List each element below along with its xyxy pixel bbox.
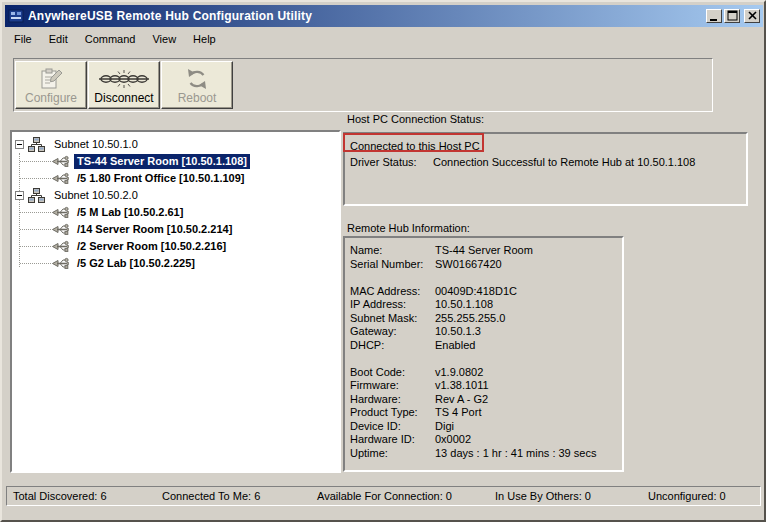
usb-hub-icon (52, 206, 69, 219)
status-available-for-connection: Available For Connection: 0 (317, 490, 452, 502)
hub-info-label: Product Type: (350, 406, 435, 420)
subnet-icon (28, 137, 45, 152)
close-button[interactable] (744, 9, 760, 23)
tree-connector-stub (20, 229, 51, 230)
tree-device-row[interactable]: /2 Server Room [10.50.2.216] (12, 238, 339, 255)
configure-button[interactable]: Configure (15, 61, 87, 109)
connection-state-text: Connected to this Host PC (350, 138, 480, 154)
tree-device-row[interactable]: TS-44 Server Room [10.50.1.108] (12, 153, 339, 170)
maximize-button[interactable] (724, 9, 740, 23)
menu-bar: FileEditCommandViewHelp (6, 29, 227, 48)
status-in-use-by-others: In Use By Others: 0 (495, 490, 591, 502)
hub-info-section-label: Remote Hub Information: (347, 222, 470, 235)
status-unconfigured: Unconfigured: 0 (648, 490, 726, 502)
tree-subnet-label: Subnet 10.50.1.0 (51, 137, 141, 152)
tree-subnet-row[interactable]: Subnet 10.50.2.0 (12, 187, 339, 204)
tree-device-label: /5 G2 Lab [10.50.2.225] (74, 256, 198, 271)
hub-info-spacer-row (350, 352, 617, 366)
hub-info-row: Gateway:10.50.1.3 (350, 325, 617, 339)
hub-info-label: Boot Code: (350, 366, 435, 380)
hub-info-row: DHCP:Enabled (350, 339, 617, 353)
hub-info-label: Hardware: (350, 393, 435, 407)
hub-info-value: Digi (435, 420, 454, 434)
hub-info-value: Enabled (435, 339, 475, 353)
reboot-icon (185, 66, 209, 92)
usb-hub-icon (52, 240, 69, 253)
hub-info-label: Serial Number: (350, 258, 435, 272)
hub-info-label: Gateway: (350, 325, 435, 339)
hub-info-row: Product Type:TS 4 Port (350, 406, 617, 420)
toolbar: Configure Disconnect Reboot (13, 58, 713, 112)
app-icon (8, 8, 24, 24)
collapse-toggle-icon[interactable] (15, 140, 24, 149)
tree-device-label: /14 Server Room [10.50.2.214] (74, 222, 235, 237)
tree-device-label: /5 M Lab [10.50.2.61] (74, 205, 186, 220)
hub-info-label: DHCP: (350, 339, 435, 353)
tree-connector-stub (20, 178, 51, 179)
hub-info-label: Name: (350, 244, 435, 258)
tree-device-row[interactable]: /5 G2 Lab [10.50.2.225] (12, 255, 339, 272)
hub-info-label: Subnet Mask: (350, 312, 435, 326)
status-connected-to-me: Connected To Me: 6 (162, 490, 260, 502)
tree-device-row[interactable]: /14 Server Room [10.50.2.214] (12, 221, 339, 238)
menu-command[interactable]: Command (79, 31, 142, 47)
menu-help[interactable]: Help (187, 31, 222, 47)
hub-info-label: Hardware ID: (350, 433, 435, 447)
hub-info-row: Hardware ID:0x0002 (350, 433, 617, 447)
hub-info-row: MAC Address:00409D:418D1C (350, 285, 617, 299)
hub-info-label (350, 352, 435, 366)
hub-info-row: Device ID:Digi (350, 420, 617, 434)
tree-device-label: TS-44 Server Room [10.50.1.108] (74, 154, 250, 169)
hub-info-value: 10.50.1.3 (435, 325, 481, 339)
hub-info-value: 0x0002 (435, 433, 471, 447)
status-bar: Total Discovered: 6Connected To Me: 6Ava… (6, 486, 761, 506)
tree-view[interactable]: Subnet 10.50.1.0 TS-44 Server Room [10.5… (10, 130, 341, 473)
disconnect-button[interactable]: Disconnect (88, 61, 160, 109)
tree-subnet-label: Subnet 10.50.2.0 (51, 188, 141, 203)
status-total-discovered: Total Discovered: 6 (13, 490, 107, 502)
hub-info-value: 255.255.255.0 (435, 312, 505, 326)
hub-info-row: Hardware:Rev A - G2 (350, 393, 617, 407)
toolbar-button-label: Disconnect (94, 92, 153, 105)
tree-device-label: /5 1.80 Front Office [10.50.1.109] (74, 171, 248, 186)
hub-info-spacer-row (350, 271, 617, 285)
connection-state-row: Connected to this Host PC (350, 138, 741, 154)
collapse-toggle-icon[interactable] (15, 191, 24, 200)
hub-info-label: Firmware: (350, 379, 435, 393)
usb-hub-icon (52, 257, 69, 270)
hub-info-panel: Name:TS-44 Server RoomSerial Number:SW01… (343, 236, 624, 472)
title-bar: AnywhereUSB Remote Hub Configuration Uti… (5, 5, 763, 27)
hub-info-value: v1.9.0802 (435, 366, 483, 380)
hub-info-row: Name:TS-44 Server Room (350, 244, 617, 258)
tree-connector-stub (20, 161, 51, 162)
usb-hub-icon (52, 223, 69, 236)
tree-device-label: /2 Server Room [10.50.2.216] (74, 239, 229, 254)
hub-info-row: Firmware:v1.38.1011 (350, 379, 617, 393)
host-status-panel: Connected to this Host PC Driver Status:… (343, 132, 748, 206)
driver-status-row: Driver Status: Connection Successful to … (350, 154, 741, 170)
hub-info-label (350, 271, 435, 285)
menu-edit[interactable]: Edit (43, 31, 74, 47)
hub-info-label: Device ID: (350, 420, 435, 434)
menu-view[interactable]: View (146, 31, 182, 47)
driver-status-value: Connection Successful to Remote Hub at 1… (433, 154, 695, 170)
tree-connector-stub (20, 212, 51, 213)
tree-device-row[interactable]: /5 1.80 Front Office [10.50.1.109] (12, 170, 339, 187)
disconnect-icon (99, 66, 149, 92)
usb-hub-icon (52, 155, 69, 168)
driver-status-label: Driver Status: (350, 154, 433, 170)
hub-info-row: Serial Number:SW01667420 (350, 258, 617, 272)
tree-device-row[interactable]: /5 M Lab [10.50.2.61] (12, 204, 339, 221)
usb-hub-icon (52, 172, 69, 185)
configure-icon (38, 66, 64, 92)
tree-connector-stub (20, 246, 51, 247)
tree-subnet-row[interactable]: Subnet 10.50.1.0 (12, 136, 339, 153)
tree-connector-stub (20, 263, 51, 264)
minimize-button[interactable] (706, 9, 722, 23)
hub-info-value: v1.38.1011 (435, 379, 489, 393)
hub-info-value: TS 4 Port (435, 406, 481, 420)
hub-info-row: Subnet Mask:255.255.255.0 (350, 312, 617, 326)
menu-file[interactable]: File (8, 31, 38, 47)
reboot-button[interactable]: Reboot (161, 61, 233, 109)
hub-info-row: Boot Code:v1.9.0802 (350, 366, 617, 380)
